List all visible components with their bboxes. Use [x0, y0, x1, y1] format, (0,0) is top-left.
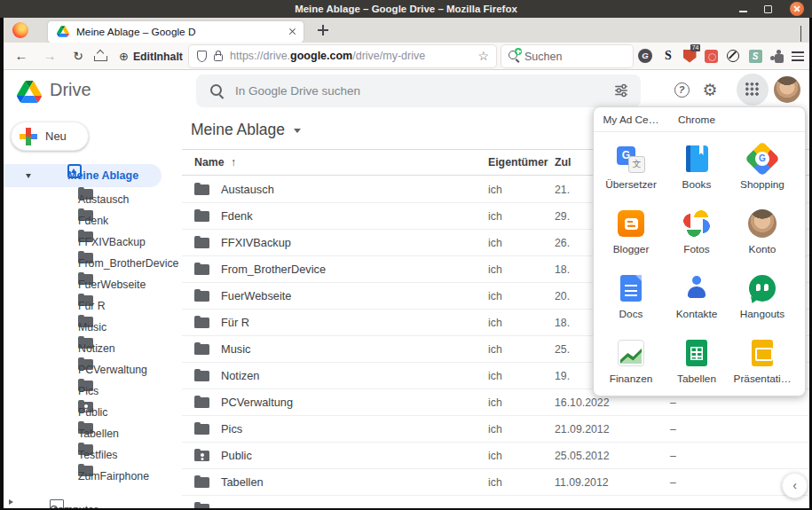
table-row[interactable]: Tabellen ich 11.09.2012 – — [182, 469, 809, 496]
new-button[interactable]: Neu — [11, 122, 89, 151]
column-header-name[interactable]: Name — [194, 150, 225, 176]
tab-title: Meine Ablage – Google D — [76, 21, 272, 43]
block-extension-icon[interactable] — [725, 43, 741, 69]
caret-right-icon[interactable] — [9, 499, 13, 505]
tab-list-chevron-icon[interactable] — [800, 26, 801, 42]
app-tile[interactable]: Docs — [598, 262, 664, 326]
translate-icon — [616, 145, 646, 173]
ghostery-extension-icon[interactable]: G — [637, 43, 653, 69]
app-tile[interactable]: Konto — [729, 197, 795, 262]
lock-icon[interactable] — [214, 54, 223, 61]
folder-icon — [194, 344, 209, 355]
folder-icon — [194, 504, 209, 508]
close-button[interactable] — [790, 2, 804, 16]
editinhalt-extension-button[interactable]: ⊕ EditInhalt — [114, 46, 188, 67]
details-collapse-button[interactable]: ‹ — [782, 473, 808, 498]
caret-down-icon[interactable] — [26, 174, 31, 178]
sidebar-folder-item[interactable]: FuerWebseite — [4, 274, 181, 295]
sidebar-folder-item[interactable]: Notizen — [4, 338, 181, 359]
drive-logo-text[interactable]: Drive — [50, 80, 91, 100]
sidebar-folder-item[interactable]: From_BrotherDevice — [4, 253, 181, 274]
app-tile[interactable]: Kontakte — [664, 262, 729, 326]
row-modified: 21. — [555, 177, 570, 203]
app-tile[interactable]: Fotos — [664, 197, 729, 262]
page-title: Meine Ablage — [191, 121, 285, 139]
column-header-modified[interactable]: Zul — [555, 150, 571, 176]
app-tile[interactable]: Hangouts — [729, 262, 795, 326]
app-tile[interactable]: Tabellen — [664, 326, 729, 391]
browser-tab[interactable]: Meine Ablage – Google D — [48, 21, 304, 43]
table-row[interactable]: Public ich 25.05.2012 – — [182, 443, 809, 469]
drive-search-bar[interactable] — [196, 75, 641, 107]
reload-button[interactable]: ↻ — [69, 43, 87, 69]
extensions-puzzle-icon[interactable] — [769, 43, 784, 69]
sort-asc-icon[interactable]: ↑ — [231, 150, 236, 176]
row-name: From_BrotherDevice — [221, 256, 326, 283]
table-row[interactable] — [182, 496, 809, 508]
tune-filter-icon[interactable] — [613, 82, 629, 98]
title-caret-icon[interactable] — [294, 129, 301, 133]
sidebar-folder-item[interactable]: Austausch — [4, 189, 181, 210]
tracking-shield-icon[interactable] — [197, 51, 207, 62]
url-bar[interactable]: https://drive.google.com/drive/my-drive … — [189, 45, 496, 67]
bookmark-star-icon[interactable]: ☆ — [477, 45, 489, 67]
sidebar-item-computer[interactable]: Computer — [4, 499, 181, 508]
library-icon[interactable] — [94, 51, 106, 61]
table-row[interactable]: Pics ich 21.09.2012 – — [182, 416, 809, 443]
screenshot-extension-icon[interactable] — [703, 43, 719, 69]
window-titlebar[interactable]: Meine Ablage – Google Drive – Mozilla Fi… — [0, 0, 812, 18]
minimize-button[interactable] — [736, 2, 750, 16]
sidebar-folder-item[interactable]: FFXIVBackup — [4, 231, 181, 253]
sidebar-folder-item[interactable]: Pics — [4, 381, 181, 402]
back-button[interactable]: ← — [12, 43, 30, 69]
app-tile[interactable]: Übersetzer — [598, 132, 664, 197]
sidebar-folder-item[interactable]: Für R — [4, 295, 181, 317]
app-tile[interactable]: Blogger — [598, 197, 664, 262]
tab-bar: Meine Ablage – Google D — [4, 18, 809, 43]
new-tab-button[interactable] — [318, 25, 328, 35]
app-tile[interactable]: Finanzen — [598, 326, 664, 391]
folder-icon — [194, 424, 209, 435]
profile-avatar[interactable] — [774, 76, 800, 103]
forward-button[interactable]: → — [41, 43, 59, 69]
help-icon[interactable]: ? — [671, 79, 692, 100]
sidebar-folder-item[interactable]: PCVerwaltung — [4, 359, 181, 381]
row-owner: ich — [488, 389, 502, 416]
app-tile[interactable]: Shopping — [729, 132, 795, 197]
stylus-extension-icon[interactable]: S — [747, 43, 763, 69]
sidebar-folder-item[interactable]: ZumFairphone — [4, 466, 181, 487]
app-tile[interactable]: Präsentati… — [729, 326, 795, 391]
url-text[interactable]: https://drive.google.com/drive/my-drive — [230, 45, 425, 67]
sidebar-folder-item[interactable]: Fdenk — [4, 210, 181, 231]
drive-search-input[interactable] — [235, 75, 590, 107]
s-extension-icon[interactable]: S — [660, 43, 676, 69]
page-title-row[interactable]: Meine Ablage — [191, 117, 301, 142]
row-modified: 18. — [555, 310, 570, 336]
app-tile[interactable]: Books — [664, 132, 729, 197]
sidebar-folder-item[interactable]: Testfiles — [4, 444, 181, 466]
row-modified: 19. — [555, 363, 570, 389]
row-name: FFXIVBackup — [221, 230, 291, 256]
contacts-icon — [682, 274, 712, 302]
google-apps-grid-button[interactable] — [737, 74, 769, 106]
sidebar-folder-item[interactable]: Music — [4, 317, 181, 338]
drive-logo[interactable] — [17, 81, 42, 103]
firefox-icon[interactable] — [12, 22, 28, 38]
column-header-owner[interactable]: Eigentümer — [488, 150, 548, 176]
menu-hamburger-icon[interactable] — [790, 43, 806, 69]
firefox-search-input[interactable] — [524, 45, 627, 67]
adblock-shield-icon[interactable]: 74 — [682, 43, 698, 69]
settings-gear-icon[interactable]: ⚙ — [699, 79, 721, 100]
sidebar-folder-item[interactable]: Public — [4, 402, 181, 423]
sidebar-item-my-drive[interactable]: Meine Ablage — [4, 164, 162, 187]
app-label[interactable]: My Ad Ce… — [603, 114, 659, 126]
row-name: Austausch — [221, 177, 274, 203]
maximize-button[interactable] — [761, 2, 775, 16]
row-size: – — [670, 416, 676, 443]
sidebar-folder-item[interactable]: Tabellen — [4, 423, 181, 444]
firefox-search-bar[interactable] — [501, 45, 633, 67]
app-label[interactable]: Chrome — [678, 114, 715, 126]
tab-close-icon[interactable] — [288, 27, 298, 37]
sheets-icon — [686, 340, 707, 366]
apps-popup-overflow-row: My Ad Ce…Chrome — [594, 107, 805, 132]
